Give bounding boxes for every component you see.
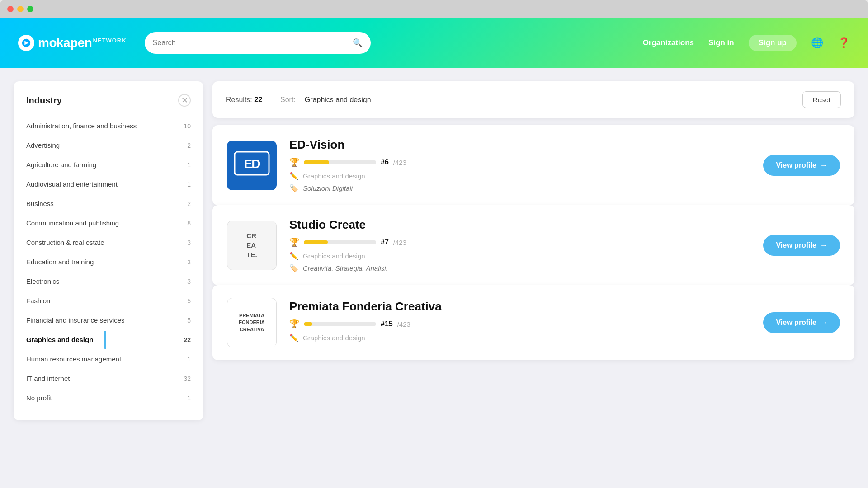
sidebar-item-label-14: No profit <box>26 394 52 402</box>
sidebar-item-count-0: 10 <box>184 122 191 130</box>
globe-icon[interactable]: 🌐 <box>811 37 823 49</box>
profile-info-premiata-fonderia-creativa: Premiata Fonderia Creativa 🏆 #15 /423 ✏️… <box>289 300 750 346</box>
rank-number: #6 <box>381 158 389 166</box>
close-button[interactable] <box>7 6 14 12</box>
rank-total: /423 <box>393 159 406 166</box>
rank-total: /423 <box>397 320 410 328</box>
profile-logo-ed-vision: ED <box>227 141 277 190</box>
rank-row-premiata-fonderia-creativa: 🏆 #15 /423 <box>289 319 750 329</box>
header: mokapenNETWORK 🔍 Organizations Sign in S… <box>0 18 868 68</box>
sidebar-item-label-3: Audiovisual and entertainment <box>26 180 118 188</box>
sidebar-item-label-12: Human resources management <box>26 355 121 363</box>
sidebar-item-count-1: 2 <box>187 142 191 149</box>
sidebar-item-count-8: 3 <box>187 278 191 285</box>
rank-icon: 🏆 <box>289 319 299 329</box>
sidebar-item-12[interactable]: Human resources management1 <box>14 349 203 369</box>
rank-icon: 🏆 <box>289 157 299 167</box>
category-icon: ✏️ <box>289 333 298 342</box>
category-icon: ✏️ <box>289 172 298 180</box>
sort-label: Sort: <box>280 96 296 104</box>
sidebar: Industry ✕ Administration, finance and b… <box>14 81 203 420</box>
sidebar-item-label-1: Advertising <box>26 141 60 149</box>
sidebar-item-count-12: 1 <box>187 356 191 363</box>
rank-bar-fill <box>304 322 312 326</box>
category-row-premiata-fonderia-creativa: ✏️ Graphics and design <box>289 333 750 342</box>
sidebar-items: Administration, finance and business10Ad… <box>14 116 203 408</box>
sidebar-item-6[interactable]: Construction & real estate3 <box>14 233 203 252</box>
nav-sign-in[interactable]: Sign in <box>708 38 734 47</box>
rank-bar-fill <box>304 240 328 244</box>
results-count: Results: 22 <box>226 96 262 104</box>
sidebar-item-count-9: 5 <box>187 297 191 305</box>
view-profile-button-studio-create[interactable]: View profile → <box>763 235 840 256</box>
profile-card-ed-vision: ED ED-Vision 🏆 #6 /423 ✏️ Graphics and d… <box>212 125 854 205</box>
sidebar-close-button[interactable]: ✕ <box>178 94 191 107</box>
sidebar-item-count-4: 2 <box>187 200 191 207</box>
sidebar-item-label-6: Construction & real estate <box>26 239 104 246</box>
sidebar-item-13[interactable]: IT and internet32 <box>14 369 203 388</box>
tag-text: Soluzioni Digitali <box>303 184 353 192</box>
rank-icon: 🏆 <box>289 237 299 247</box>
rank-bar-fill <box>304 160 329 164</box>
sidebar-item-count-14: 1 <box>187 394 191 402</box>
sidebar-item-label-9: Fashion <box>26 297 50 305</box>
search-bar[interactable]: 🔍 <box>145 32 371 54</box>
sidebar-item-label-2: Agriculture and farming <box>26 161 96 169</box>
sidebar-item-7[interactable]: Education and training3 <box>14 252 203 272</box>
rank-bar <box>304 160 376 164</box>
sidebar-item-2[interactable]: Agriculture and farming1 <box>14 155 203 174</box>
sidebar-title: Industry <box>26 95 62 106</box>
sidebar-item-0[interactable]: Administration, finance and business10 <box>14 116 203 136</box>
sort-value: Graphics and design <box>305 96 371 104</box>
sidebar-item-label-11: Graphics and design <box>26 336 93 343</box>
sidebar-item-count-3: 1 <box>187 181 191 188</box>
sidebar-item-3[interactable]: Audiovisual and entertainment1 <box>14 174 203 194</box>
sidebar-item-8[interactable]: Electronics3 <box>14 272 203 291</box>
sidebar-item-count-10: 5 <box>187 317 191 324</box>
sidebar-item-4[interactable]: Business2 <box>14 194 203 213</box>
sidebar-item-10[interactable]: Financial and insurance services5 <box>14 310 203 330</box>
logo-pfc: PREMIATAFONDERIACREATIVA <box>239 312 264 333</box>
sidebar-item-label-5: Communication and publishing <box>26 219 119 227</box>
tag-row-studio-create: 🏷️ Creatività. Strategia. Analisi. <box>289 264 750 272</box>
arrow-icon: → <box>820 241 827 249</box>
tag-icon: 🏷️ <box>289 184 298 192</box>
search-input[interactable] <box>153 39 348 47</box>
profile-logo-premiata-fonderia-creativa: PREMIATAFONDERIACREATIVA <box>227 298 277 347</box>
sidebar-item-9[interactable]: Fashion5 <box>14 291 203 310</box>
category-icon: ✏️ <box>289 252 298 260</box>
help-icon[interactable]: ❓ <box>838 37 850 49</box>
sidebar-item-5[interactable]: Communication and publishing8 <box>14 213 203 233</box>
window-chrome <box>0 0 868 18</box>
logo-text: mokapenNETWORK <box>38 36 127 50</box>
rank-total: /423 <box>393 239 406 246</box>
sidebar-item-1[interactable]: Advertising2 <box>14 136 203 155</box>
logo[interactable]: mokapenNETWORK <box>18 35 127 51</box>
search-icon: 🔍 <box>353 38 363 48</box>
profile-name-ed-vision: ED-Vision <box>289 138 750 152</box>
category-text: Graphics and design <box>303 252 365 260</box>
sidebar-item-11[interactable]: Graphics and design22 <box>14 330 203 349</box>
sidebar-item-count-11: 22 <box>184 336 191 343</box>
sidebar-item-count-6: 3 <box>187 239 191 246</box>
nav-links: Organizations Sign in Sign up 🌐 ❓ <box>643 35 850 51</box>
view-profile-button-ed-vision[interactable]: View profile → <box>763 155 840 176</box>
nav-sign-up[interactable]: Sign up <box>749 35 797 51</box>
sidebar-item-14[interactable]: No profit1 <box>14 388 203 408</box>
category-text: Graphics and design <box>303 334 365 342</box>
profile-name-premiata-fonderia-creativa: Premiata Fonderia Creativa <box>289 300 750 314</box>
minimize-button[interactable] <box>17 6 24 12</box>
profile-name-studio-create: Studio Create <box>289 218 750 232</box>
view-profile-button-premiata-fonderia-creativa[interactable]: View profile → <box>763 312 840 333</box>
sidebar-header: Industry ✕ <box>14 94 203 116</box>
tag-text: Creatività. Strategia. Analisi. <box>303 264 388 272</box>
view-profile-label: View profile <box>776 161 816 169</box>
logo-initials: ED <box>234 151 270 180</box>
nav-organizations[interactable]: Organizations <box>643 38 694 47</box>
tag-icon: 🏷️ <box>289 264 298 272</box>
sidebar-item-count-2: 1 <box>187 161 191 169</box>
maximize-button[interactable] <box>27 6 33 12</box>
reset-button[interactable]: Reset <box>802 91 841 108</box>
svg-text:ED: ED <box>244 157 261 171</box>
profile-logo-studio-create: CREATE. <box>227 221 277 270</box>
